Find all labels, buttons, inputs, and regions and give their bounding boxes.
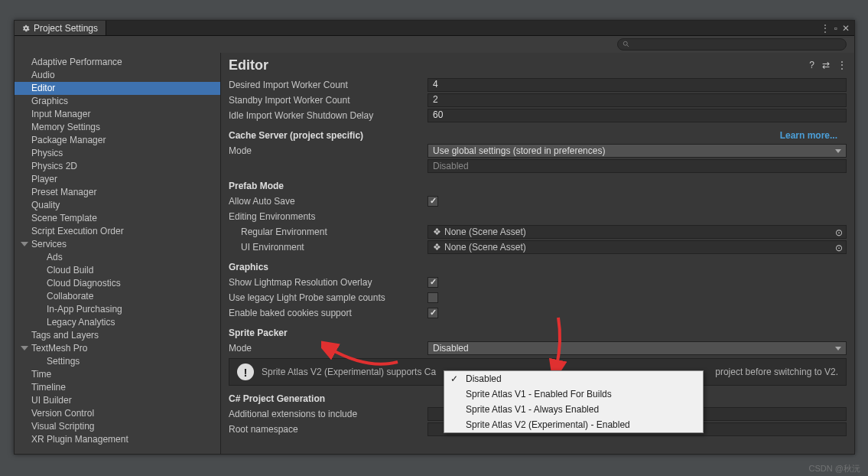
- presets-icon[interactable]: ⇄: [822, 60, 830, 70]
- header-sprite-packer: Sprite Packer: [229, 328, 847, 338]
- sidebar-item-preset-manager[interactable]: Preset Manager: [15, 186, 220, 199]
- sidebar-item-cloud-diagnostics[interactable]: Cloud Diagnostics: [15, 277, 220, 290]
- sidebar-item-audio[interactable]: Audio: [15, 69, 220, 82]
- object-field-ui-env[interactable]: ❖None (Scene Asset)⊙: [427, 240, 847, 254]
- label-legacy-light: Use legacy Light Probe sample counts: [229, 292, 427, 303]
- header-graphics: Graphics: [229, 262, 847, 272]
- info-icon: !: [237, 364, 254, 380]
- input-standby-import[interactable]: 2: [427, 93, 847, 107]
- input-desired-import[interactable]: 4: [427, 78, 847, 92]
- checkbox-show-lightmap[interactable]: [427, 277, 438, 288]
- tab-title: Project Settings: [34, 23, 98, 34]
- picker-icon[interactable]: ⊙: [835, 243, 843, 253]
- cube-icon: ❖: [433, 242, 441, 253]
- cube-icon: ❖: [433, 227, 441, 237]
- project-settings-window: Project Settings ⋮ ▫ ✕ Adaptive Performa…: [14, 20, 855, 455]
- dropdown-popup-sprite-mode: DisabledSprite Atlas V1 - Enabled For Bu…: [444, 370, 704, 433]
- window-controls: ⋮ ▫ ✕: [821, 21, 854, 35]
- object-field-regular-env[interactable]: ❖None (Scene Asset)⊙: [427, 225, 847, 239]
- search-input[interactable]: [617, 38, 847, 51]
- sidebar-item-player[interactable]: Player: [15, 173, 220, 186]
- main-area: Adaptive PerformanceAudioEditorGraphicsI…: [15, 53, 854, 454]
- label-baked-cookies: Enable baked cookies support: [229, 308, 427, 318]
- sidebar-item-script-execution-order[interactable]: Script Execution Order: [15, 225, 220, 238]
- sidebar-item-timeline[interactable]: Timeline: [15, 381, 220, 394]
- sidebar: Adaptive PerformanceAudioEditorGraphicsI…: [15, 53, 221, 454]
- sidebar-item-physics[interactable]: Physics: [15, 147, 220, 160]
- sidebar-item-input-manager[interactable]: Input Manager: [15, 108, 220, 121]
- window-maximize-icon[interactable]: ▫: [834, 23, 837, 34]
- tab-project-settings[interactable]: Project Settings: [15, 21, 106, 35]
- label-desired-import: Desired Import Worker Count: [229, 80, 427, 90]
- sidebar-item-package-manager[interactable]: Package Manager: [15, 134, 220, 147]
- label-standby-import: Standby Import Worker Count: [229, 95, 427, 106]
- sidebar-item-settings[interactable]: Settings: [15, 355, 220, 368]
- sidebar-item-visual-scripting[interactable]: Visual Scripting: [15, 420, 220, 433]
- label-show-lightmap: Show Lightmap Resolution Overlay: [229, 277, 427, 288]
- sidebar-item-version-control[interactable]: Version Control: [15, 407, 220, 420]
- header-prefab-mode: Prefab Mode: [229, 181, 847, 191]
- dropdown-sprite-mode[interactable]: Disabled: [427, 341, 847, 355]
- header-cache-server: Cache Server (project specific): [229, 130, 363, 141]
- label-cache-mode: Mode: [229, 145, 427, 156]
- menu-icon[interactable]: ⋮: [837, 60, 847, 70]
- sidebar-item-graphics[interactable]: Graphics: [15, 95, 220, 108]
- tab-strip: Project Settings ⋮ ▫ ✕: [15, 21, 854, 36]
- sidebar-item-adaptive-performance[interactable]: Adaptive Performance: [15, 56, 220, 69]
- input-idle-import[interactable]: 60: [427, 109, 847, 122]
- popup-item[interactable]: Sprite Atlas V1 - Enabled For Builds: [444, 386, 703, 402]
- sidebar-item-services[interactable]: Services: [15, 238, 220, 251]
- checkbox-allow-auto-save[interactable]: [427, 196, 438, 207]
- link-learn-more[interactable]: Learn more...: [780, 130, 837, 141]
- toolbar: [15, 36, 854, 53]
- sidebar-item-legacy-analytics[interactable]: Legacy Analytics: [15, 316, 220, 329]
- label-additional-ext: Additional extensions to include: [229, 409, 427, 419]
- sidebar-item-editor[interactable]: Editor: [15, 82, 220, 95]
- sidebar-item-textmesh-pro[interactable]: TextMesh Pro: [15, 342, 220, 355]
- checkbox-baked-cookies[interactable]: [427, 308, 438, 318]
- label-ui-env: UI Environment: [229, 242, 427, 253]
- dropdown-cache-mode[interactable]: Use global settings (stored in preferenc…: [427, 144, 847, 158]
- search-icon: [623, 41, 630, 48]
- svg-line-1: [627, 45, 629, 47]
- sidebar-item-quality[interactable]: Quality: [15, 199, 220, 212]
- sidebar-item-ads[interactable]: Ads: [15, 251, 220, 264]
- sidebar-item-xr-plugin-management[interactable]: XR Plugin Management: [15, 433, 220, 446]
- watermark: CSDN @秋沅: [809, 463, 860, 474]
- checkbox-legacy-light[interactable]: [427, 292, 438, 303]
- sidebar-item-in-app-purchasing[interactable]: In-App Purchasing: [15, 303, 220, 316]
- label-root-namespace: Root namespace: [229, 424, 427, 435]
- window-close-icon[interactable]: ✕: [842, 23, 850, 34]
- sidebar-item-memory-settings[interactable]: Memory Settings: [15, 121, 220, 134]
- sidebar-item-ui-builder[interactable]: UI Builder: [15, 394, 220, 407]
- label-allow-auto-save: Allow Auto Save: [229, 196, 427, 207]
- gear-icon: [22, 24, 30, 32]
- cache-server-status: Disabled: [427, 159, 847, 173]
- sidebar-item-scene-template[interactable]: Scene Template: [15, 212, 220, 225]
- sidebar-item-cloud-build[interactable]: Cloud Build: [15, 264, 220, 277]
- label-regular-env: Regular Environment: [229, 227, 427, 237]
- page-title: Editor: [229, 57, 268, 73]
- svg-point-0: [623, 41, 627, 45]
- sidebar-item-tags-and-layers[interactable]: Tags and Layers: [15, 329, 220, 342]
- label-editing-env: Editing Environments: [229, 211, 427, 222]
- label-sprite-mode: Mode: [229, 343, 427, 354]
- popup-item[interactable]: Disabled: [444, 371, 703, 386]
- picker-icon[interactable]: ⊙: [835, 227, 843, 238]
- popup-item[interactable]: Sprite Atlas V1 - Always Enabled: [444, 402, 703, 417]
- sidebar-item-physics-2d[interactable]: Physics 2D: [15, 160, 220, 173]
- window-menu-icon[interactable]: ⋮: [821, 23, 830, 34]
- label-idle-import: Idle Import Worker Shutdown Delay: [229, 110, 427, 121]
- popup-item[interactable]: Sprite Atlas V2 (Experimental) - Enabled: [444, 417, 703, 432]
- sidebar-item-time[interactable]: Time: [15, 368, 220, 381]
- sidebar-item-collaborate[interactable]: Collaborate: [15, 290, 220, 303]
- help-icon[interactable]: ?: [809, 60, 814, 70]
